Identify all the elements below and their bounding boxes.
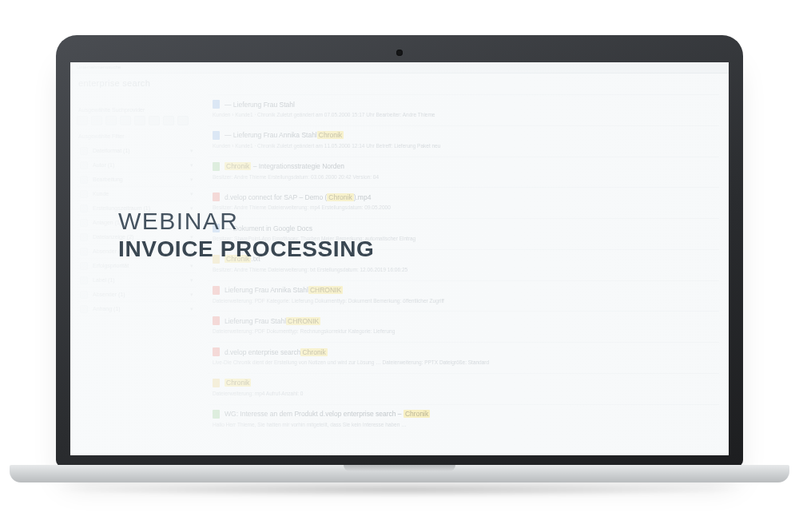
- result-title: Chronik.txt: [225, 255, 260, 263]
- result-meta: Besitzer: Andre Thieme Dateierweiterung:…: [213, 266, 714, 274]
- filter-row[interactable]: Bearbeitung▾: [77, 173, 197, 187]
- chevron-down-icon: ▾: [190, 292, 193, 298]
- chevron-down-icon: ▾: [190, 306, 193, 312]
- filter-row[interactable]: Erfolgspriorität▾: [77, 259, 197, 273]
- filter-row[interactable]: Erstellungszeitraum (1)▾: [77, 201, 197, 216]
- chevron-down-icon: ▾: [190, 162, 193, 169]
- doc-icon: [213, 162, 220, 171]
- filter-icon: [80, 147, 88, 155]
- filter-row[interactable]: Label (1)▾: [77, 273, 197, 288]
- result-item[interactable]: ChronikDateierweiterung: mp4 Aufruf-Anza…: [208, 373, 719, 404]
- result-title: WG: Interesse an dem Produkt d.velop ent…: [225, 410, 430, 418]
- filter-icon: [80, 219, 88, 227]
- result-item[interactable]: Lieferung Frau StahlCHRONIKDateierweiter…: [208, 311, 719, 342]
- chevron-down-icon: ▾: [190, 263, 193, 269]
- filter-icon: [80, 276, 88, 284]
- provider-icon[interactable]: [120, 116, 131, 125]
- filter-icon: [80, 291, 88, 299]
- filter-row[interactable]: Kunde▾: [77, 187, 197, 201]
- highlight: CHRONIK: [308, 286, 343, 294]
- provider-toolbar: [77, 116, 197, 125]
- provider-icon[interactable]: [149, 116, 160, 125]
- result-item[interactable]: d.velop enterprise searchChronikLive-Die…: [208, 342, 719, 373]
- camera-dot: [396, 50, 403, 56]
- provider-icon[interactable]: [163, 116, 174, 125]
- result-meta: Dateierweiterung: PDF Dokumenttyp: Rechn…: [213, 328, 714, 335]
- result-meta: Besitzer: Andre Thieme Erstellungsdatum:…: [213, 173, 714, 181]
- result-item[interactable]: Lieferung Frau Annika StahlCHRONIKDateie…: [208, 280, 719, 312]
- doc-icon: [213, 255, 220, 264]
- provider-icon[interactable]: [134, 116, 145, 125]
- provider-icon[interactable]: [77, 116, 88, 125]
- app-topbar: Unternehmenssuche: [70, 62, 729, 73]
- filter-row[interactable]: Dateiformat (1)▾: [77, 144, 197, 158]
- result-title: Chronik – Integrationsstrategie Norden: [225, 162, 344, 170]
- filter-row[interactable]: Anlagen (1)▾: [77, 216, 197, 230]
- result-title: Chronik: [225, 379, 251, 387]
- provider-icon[interactable]: [177, 116, 189, 125]
- filter-icon: [80, 262, 88, 270]
- doc-icon: [213, 286, 220, 295]
- chevron-down-icon: ▾: [190, 277, 193, 284]
- result-item[interactable]: WG: Interesse an dem Produkt d.velop ent…: [208, 404, 719, 435]
- result-item[interactable]: Chronik – Integrationsstrategie NordenBe…: [208, 157, 719, 188]
- result-item[interactable]: — Lieferung Frau StahlKunden › Kunde1 · …: [208, 94, 719, 125]
- chevron-down-icon: ▾: [190, 191, 193, 197]
- chevron-down-icon: ▾: [190, 220, 193, 226]
- filter-icon: [80, 190, 88, 198]
- provider-icon[interactable]: [91, 116, 102, 125]
- filter-icon: [80, 161, 88, 169]
- filter-label: Dateianzeige (2): [93, 234, 133, 240]
- app-brand: enterprise search: [78, 78, 150, 88]
- result-title: d.velop connect for SAP – Demo (Chronik)…: [225, 193, 371, 201]
- chevron-down-icon: ▾: [190, 205, 193, 212]
- doc-icon: [213, 224, 220, 232]
- results-list: — Lieferung Frau StahlKunden › Kunde1 · …: [208, 94, 719, 435]
- filter-row[interactable]: Autor (1)▾: [77, 158, 197, 173]
- doc-icon: [213, 316, 220, 325]
- result-title: Lieferung Frau StahlCHRONIK: [225, 317, 320, 325]
- result-item[interactable]: — Dokument in Google DocsBesitzer: Share…: [208, 218, 719, 249]
- filter-label: Autor (1): [93, 162, 114, 168]
- laptop-shadow: [48, 482, 751, 497]
- highlight: Chronik: [317, 131, 344, 139]
- sidebar: Ausgewählte Suchprovider Ausgewählte Fil…: [77, 107, 197, 316]
- chevron-down-icon: ▾: [190, 248, 193, 255]
- laptop-frame: Unternehmenssuche enterprise search Ausg…: [56, 35, 743, 466]
- filter-row[interactable]: Absender (1)▾: [77, 288, 197, 302]
- filter-label: Absender (1): [93, 292, 125, 297]
- filter-row[interactable]: Dateianzeige (2)▾: [77, 230, 197, 244]
- result-title: Lieferung Frau Annika StahlCHRONIK: [225, 286, 343, 294]
- filter-row[interactable]: Anhang (1)▾: [77, 302, 197, 316]
- highlight: Chronik: [403, 410, 430, 418]
- result-title: — Lieferung Frau Stahl: [225, 101, 295, 109]
- filter-row[interactable]: Absender (1)▾: [77, 244, 197, 259]
- doc-icon: [213, 379, 220, 387]
- doc-icon: [213, 410, 220, 419]
- doc-icon: [213, 347, 220, 356]
- highlight: Chronik: [300, 348, 327, 356]
- filter-label: Anhang (1): [93, 306, 121, 312]
- result-title: — Lieferung Frau Annika StahlChronik: [225, 131, 344, 139]
- chevron-down-icon: ▾: [190, 234, 193, 240]
- result-item[interactable]: d.velop connect for SAP – Demo (Chronik)…: [208, 187, 719, 218]
- filter-icon: [80, 248, 88, 256]
- result-meta: Kunden › Kunde1 · Chronik Zuletzt geände…: [213, 142, 714, 150]
- filter-label: Bearbeitung: [93, 177, 123, 182]
- laptop-screen: Unternehmenssuche enterprise search Ausg…: [70, 62, 729, 455]
- section-providers: Ausgewählte Suchprovider: [78, 107, 197, 113]
- filter-label: Kunde: [93, 191, 109, 197]
- result-meta: Dateierweiterung: mp4 Aufruf-Anzahl: 0: [213, 390, 714, 398]
- filter-icon: [80, 176, 88, 184]
- result-item[interactable]: Chronik.txtBesitzer: Andre Thieme Dateie…: [208, 249, 719, 280]
- provider-icon[interactable]: [105, 116, 117, 125]
- result-meta: Hallo Herr Thieme, Sie hatten mir vorhin…: [213, 421, 714, 429]
- highlight: Chronik: [225, 379, 251, 387]
- filter-label: Label (1): [93, 277, 115, 283]
- result-item[interactable]: — Lieferung Frau Annika StahlChronikKund…: [208, 125, 719, 157]
- chevron-down-icon: ▾: [190, 177, 193, 183]
- result-meta: Besitzer: SharePoint-App Empfänger: Thor…: [213, 235, 714, 243]
- result-meta: Dateierweiterung: PDF Kategorie: Lieferu…: [213, 297, 714, 305]
- result-meta: Kunden › Kunde1 · Chronik Zuletzt geände…: [213, 111, 714, 119]
- highlight: Chronik: [225, 162, 251, 170]
